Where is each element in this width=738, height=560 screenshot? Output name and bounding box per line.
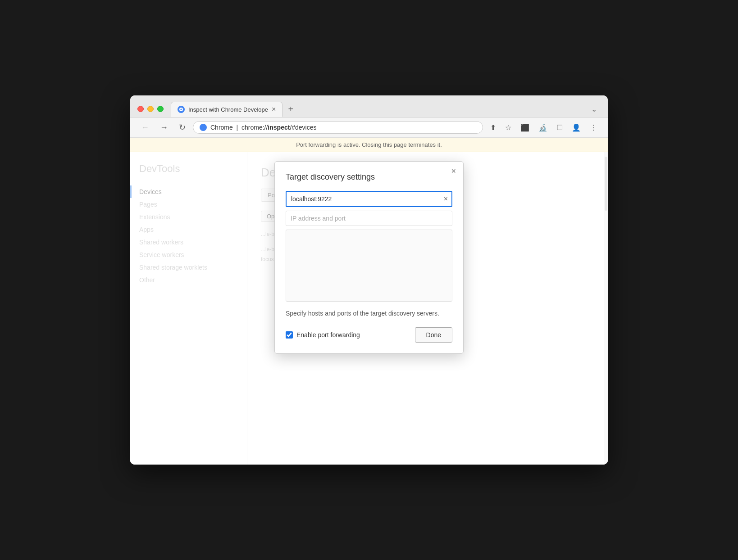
address-text: Chrome | chrome://inspect/#devices	[210, 124, 476, 131]
hosts-textarea-area[interactable]	[286, 230, 452, 302]
bookmark-button[interactable]: ☆	[501, 122, 515, 134]
address-bar[interactable]: Chrome | chrome://inspect/#devices	[193, 121, 483, 134]
reload-button[interactable]: ↻	[175, 122, 189, 133]
target-discovery-modal: × Target discovery settings × IP address…	[274, 161, 464, 354]
address-url-bold: inspect	[268, 124, 290, 131]
notification-text: Port forwarding is active. Closing this …	[296, 141, 442, 148]
reader-mode-button[interactable]: ☐	[553, 122, 566, 134]
title-bar: Inspect with Chrome Develope × + ⌄	[130, 95, 608, 117]
ip-address-placeholder[interactable]: IP address and port	[286, 211, 452, 226]
menu-button[interactable]: ⋮	[586, 122, 601, 134]
modal-close-button[interactable]: ×	[451, 167, 456, 175]
nav-icons: ⬆ ☆ ⬛ 🔬 ☐ 👤 ⋮	[487, 122, 601, 134]
traffic-lights	[137, 106, 164, 112]
tab-close-button[interactable]: ×	[272, 106, 276, 113]
minimize-traffic-light[interactable]	[147, 106, 154, 112]
host-input[interactable]	[287, 192, 440, 206]
address-favicon	[200, 124, 207, 131]
nav-bar: ← → ↻ Chrome | chrome://inspect/#devices…	[130, 117, 608, 138]
port-forwarding-label: Enable port forwarding	[296, 331, 360, 339]
input-clear-button[interactable]: ×	[440, 193, 451, 205]
address-url-suffix: /#devices	[290, 124, 316, 131]
maximize-traffic-light[interactable]	[157, 106, 164, 112]
tab-chevron[interactable]: ⌄	[588, 101, 601, 117]
notification-bar: Port forwarding is active. Closing this …	[130, 138, 608, 152]
new-tab-button[interactable]: +	[282, 101, 299, 117]
back-button[interactable]: ←	[137, 122, 153, 133]
tab-favicon	[178, 106, 185, 113]
modal-title: Target discovery settings	[286, 172, 452, 182]
modal-footer: Enable port forwarding Done	[286, 327, 452, 343]
close-traffic-light[interactable]	[137, 106, 144, 112]
extensions-button[interactable]: ⬛	[517, 122, 533, 134]
share-button[interactable]: ⬆	[487, 122, 500, 134]
forward-button[interactable]: →	[156, 122, 172, 133]
address-url: chrome://inspect/#devices	[241, 124, 317, 131]
active-tab[interactable]: Inspect with Chrome Develope ×	[171, 102, 282, 117]
devtools-button[interactable]: 🔬	[535, 122, 551, 134]
main-content: DevTools Devices Pages Extensions Apps S…	[130, 152, 608, 465]
port-forwarding-checkbox-label[interactable]: Enable port forwarding	[286, 331, 360, 339]
profile-button[interactable]: 👤	[568, 122, 584, 134]
modal-overlay: × Target discovery settings × IP address…	[130, 152, 608, 465]
tab-label: Inspect with Chrome Develope	[188, 106, 268, 113]
ip-address-placeholder-text: IP address and port	[291, 215, 346, 222]
address-prefix: Chrome	[210, 124, 233, 131]
port-forwarding-checkbox[interactable]	[286, 331, 293, 339]
browser-window: Inspect with Chrome Develope × + ⌄ ← → ↻…	[130, 95, 608, 465]
description-text: Specify hosts and ports of the target di…	[286, 309, 452, 318]
address-url-label: chrome://	[241, 124, 268, 131]
done-button[interactable]: Done	[415, 327, 452, 343]
host-input-row: ×	[286, 191, 452, 207]
tab-bar: Inspect with Chrome Develope × + ⌄	[171, 101, 601, 117]
